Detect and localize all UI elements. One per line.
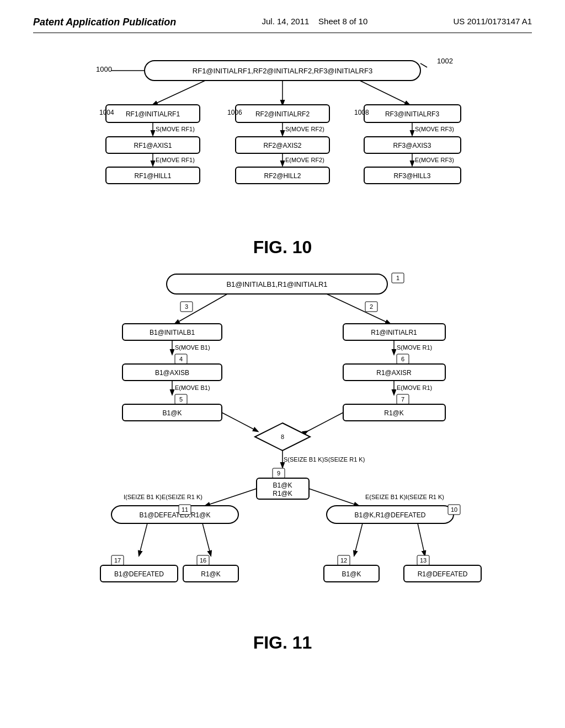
svg-line-92	[205, 489, 257, 506]
fig11-label: FIG. 11	[33, 633, 532, 653]
svg-text:16: 16	[200, 557, 206, 564]
svg-line-82	[307, 413, 343, 431]
svg-text:E(MOVE RF1): E(MOVE RF1)	[156, 157, 195, 163]
svg-text:11: 11	[182, 506, 188, 513]
svg-text:R1@K: R1@K	[201, 570, 221, 578]
svg-text:E(MOVE R1): E(MOVE R1)	[397, 384, 432, 391]
svg-text:5: 5	[179, 396, 183, 403]
svg-text:S(SEIZE B1 K)S(SEIZE R1 K): S(SEIZE B1 K)S(SEIZE R1 K)	[284, 456, 365, 463]
svg-text:B1@K: B1@K	[163, 409, 182, 417]
svg-text:I(SEIZE B1 K)E(SEIZE R1 K): I(SEIZE B1 K)E(SEIZE R1 K)	[124, 494, 202, 500]
svg-text:S(MOVE RF3): S(MOVE RF3)	[415, 126, 454, 132]
svg-text:RF2@HILL2: RF2@HILL2	[264, 172, 301, 180]
svg-line-81	[222, 413, 258, 431]
sheet-info: Sheet 8 of 10	[318, 17, 367, 26]
svg-text:1: 1	[396, 275, 399, 281]
fig10-label: FIG. 10	[33, 237, 532, 258]
svg-text:4: 4	[179, 356, 183, 362]
svg-text:6: 6	[401, 356, 404, 362]
page: Patent Application Publication Jul. 14, …	[0, 0, 565, 728]
svg-text:B1@K,R1@DEFEATED: B1@K,R1@DEFEATED	[355, 511, 426, 519]
date-sheet: Jul. 14, 2011 Sheet 8 of 10	[262, 17, 367, 26]
svg-line-8	[360, 81, 409, 105]
svg-text:E(MOVE B1): E(MOVE B1)	[175, 384, 210, 391]
svg-text:RF1@AXIS1: RF1@AXIS1	[134, 142, 172, 149]
svg-text:B1@K: B1@K	[342, 570, 361, 578]
svg-text:RF1@INITIALRF1: RF1@INITIALRF1	[126, 110, 180, 118]
svg-text:1004: 1004	[99, 109, 114, 116]
fig11-diagram: B1@INITIALB1,R1@INITIALR1 1 3 2 B1@INITI…	[56, 269, 509, 627]
svg-text:RF3@AXIS3: RF3@AXIS3	[393, 142, 431, 149]
svg-line-105	[202, 523, 211, 555]
svg-line-104	[139, 523, 147, 555]
svg-text:17: 17	[114, 557, 121, 564]
svg-text:S(MOVE R1): S(MOVE R1)	[397, 344, 432, 351]
svg-line-5	[420, 63, 427, 67]
svg-text:S(MOVE B1): S(MOVE B1)	[175, 344, 210, 351]
svg-text:E(MOVE RF3): E(MOVE RF3)	[415, 157, 454, 163]
svg-text:1002: 1002	[437, 57, 453, 65]
svg-text:B1@K: B1@K	[273, 481, 292, 489]
svg-text:B1@DEFEATED: B1@DEFEATED	[114, 570, 164, 578]
pub-date: Jul. 14, 2011	[262, 17, 309, 26]
svg-text:E(MOVE RF2): E(MOVE RF2)	[285, 157, 324, 163]
svg-text:R1@INITIALR1: R1@INITIALR1	[371, 329, 417, 336]
svg-text:1000: 1000	[96, 65, 112, 73]
svg-text:S(MOVE RF1): S(MOVE RF1)	[156, 126, 195, 132]
svg-text:S(MOVE RF2): S(MOVE RF2)	[285, 126, 324, 132]
svg-text:B1@DEFEATED,R1@K: B1@DEFEATED,R1@K	[140, 511, 211, 519]
svg-text:R1@K: R1@K	[384, 409, 404, 417]
patent-number: US 2011/0173147 A1	[453, 17, 532, 26]
svg-text:R1@AXISR: R1@AXISR	[376, 369, 412, 377]
svg-text:2: 2	[370, 303, 373, 310]
svg-text:RF3@HILL3: RF3@HILL3	[394, 172, 431, 180]
svg-text:1008: 1008	[354, 109, 369, 116]
svg-text:B1@INITIALB1,R1@INITIALR1: B1@INITIALB1,R1@INITIALR1	[226, 280, 327, 288]
svg-text:RF1@HILL1: RF1@HILL1	[135, 172, 172, 180]
publication-title: Patent Application Publication	[33, 17, 176, 28]
svg-text:12: 12	[340, 557, 347, 564]
page-header: Patent Application Publication Jul. 14, …	[33, 17, 532, 33]
svg-text:B1@AXISB: B1@AXISB	[155, 369, 189, 377]
svg-text:RF2@AXIS2: RF2@AXIS2	[264, 142, 302, 149]
svg-text:7: 7	[401, 396, 404, 403]
fig10-svg: RF1@INITIALRF1,RF2@INITIALRF2,RF3@INITIA…	[56, 50, 509, 226]
fig11-svg: B1@INITIALB1,R1@INITIALR1 1 3 2 B1@INITI…	[56, 269, 509, 627]
svg-text:10: 10	[451, 506, 457, 513]
svg-text:RF1@INITIALRF1,RF2@INITIALRF2,: RF1@INITIALRF1,RF2@INITIALRF2,RF3@INITIA…	[193, 67, 372, 75]
svg-text:R1@K: R1@K	[273, 490, 292, 497]
svg-text:RF3@INITIALRF3: RF3@INITIALRF3	[385, 110, 440, 118]
svg-line-6	[153, 81, 205, 105]
svg-line-50	[327, 294, 390, 324]
svg-text:RF2@INITIALRF2: RF2@INITIALRF2	[255, 110, 310, 118]
svg-text:R1@DEFEATED: R1@DEFEATED	[418, 570, 468, 578]
svg-text:13: 13	[420, 557, 427, 564]
svg-text:1006: 1006	[227, 109, 242, 116]
svg-line-107	[418, 523, 425, 555]
svg-line-94	[309, 489, 359, 506]
svg-line-106	[354, 523, 363, 555]
svg-text:8: 8	[281, 433, 284, 440]
svg-text:9: 9	[277, 470, 280, 477]
svg-text:E(SEIZE B1 K)I(SEIZE R1 K): E(SEIZE B1 K)I(SEIZE R1 K)	[365, 494, 444, 500]
fig10-diagram: RF1@INITIALRF1,RF2@INITIALRF2,RF3@INITIA…	[56, 50, 509, 226]
svg-text:B1@INITIALB1: B1@INITIALB1	[150, 329, 195, 336]
svg-text:3: 3	[185, 303, 188, 310]
